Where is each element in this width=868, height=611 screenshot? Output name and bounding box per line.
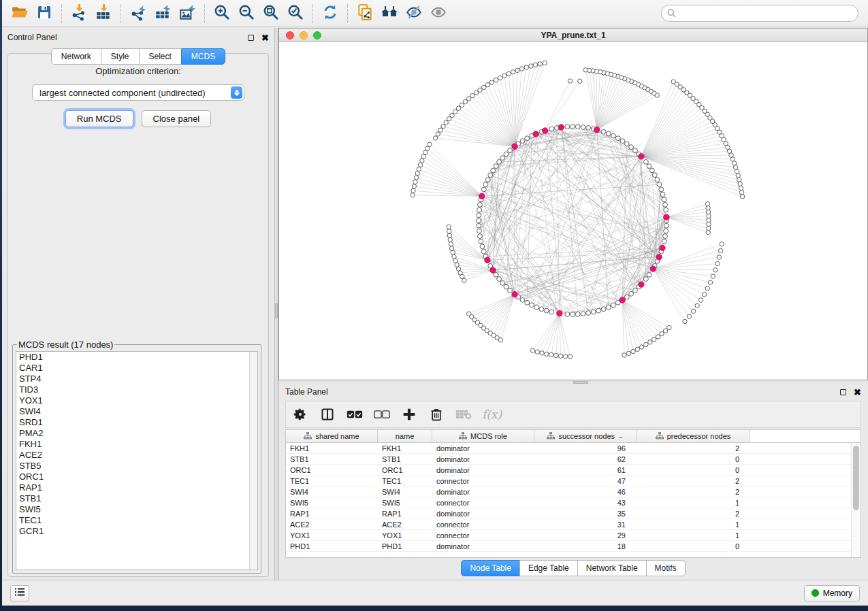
graph-node[interactable] (453, 259, 457, 263)
graph-node[interactable] (530, 303, 534, 308)
graph-node[interactable] (515, 68, 519, 72)
float-panel-icon[interactable] (248, 35, 254, 41)
graph-node[interactable] (519, 67, 524, 71)
graph-node[interactable] (687, 314, 691, 318)
graph-node[interactable] (494, 272, 498, 277)
graph-node[interactable] (479, 193, 485, 199)
graph-node[interactable] (482, 85, 486, 89)
mcds-node-item[interactable]: GCR1 (16, 526, 257, 537)
graph-node[interactable] (479, 239, 483, 244)
graph-node[interactable] (490, 267, 496, 273)
graph-node[interactable] (470, 93, 475, 97)
tab-motifs[interactable]: Motifs (646, 560, 686, 576)
export-table-button[interactable] (150, 3, 175, 24)
graph-node[interactable] (695, 303, 699, 308)
table-row[interactable]: SWI4SWI4dominator462 (286, 486, 851, 497)
graph-node[interactable] (652, 173, 657, 178)
graph-node[interactable] (635, 347, 639, 351)
graph-node[interactable] (664, 223, 669, 228)
graph-node[interactable] (447, 233, 451, 237)
graph-node[interactable] (656, 254, 662, 260)
graph-node[interactable] (659, 187, 664, 192)
mcds-node-item[interactable]: TEC1 (16, 515, 257, 526)
graph-node[interactable] (737, 178, 741, 182)
graph-node[interactable] (460, 103, 464, 107)
table-row[interactable]: PHD1PHD1dominator180 (286, 541, 851, 552)
graph-node[interactable] (575, 312, 580, 316)
graph-node[interactable] (601, 307, 606, 312)
column-header-predecessor-nodes[interactable]: predecessor nodes (637, 430, 750, 442)
graph-node[interactable] (478, 202, 483, 207)
memory-button[interactable]: Memory (804, 585, 860, 601)
graph-node[interactable] (491, 168, 496, 173)
graph-node[interactable] (504, 284, 509, 289)
table-row[interactable]: SWI5SWI5connector431 (286, 497, 851, 508)
graph-node[interactable] (538, 62, 542, 66)
tab-mcds[interactable]: MCDS (181, 48, 225, 65)
graph-node[interactable] (705, 201, 709, 205)
graph-node[interactable] (706, 230, 710, 234)
graph-node[interactable] (477, 229, 481, 233)
zoom-fit-button[interactable] (259, 3, 283, 24)
graph-node[interactable] (485, 82, 489, 86)
graph-node[interactable] (662, 239, 666, 244)
graph-node[interactable] (415, 171, 419, 176)
graph-node[interactable] (477, 218, 481, 223)
close-panel-icon[interactable]: ✖ (854, 389, 861, 395)
graph-node[interactable] (615, 136, 620, 141)
graph-node[interactable] (611, 133, 615, 138)
graph-node[interactable] (411, 193, 415, 197)
gear-icon[interactable] (291, 406, 309, 423)
graph-node[interactable] (444, 120, 448, 125)
graph-node[interactable] (543, 61, 547, 65)
graph-node[interactable] (664, 229, 669, 233)
graph-node[interactable] (462, 278, 466, 282)
graph-node[interactable] (633, 148, 638, 153)
tab-edge-table[interactable]: Edge Table (519, 560, 577, 576)
graph-node[interactable] (542, 128, 547, 133)
graph-node[interactable] (633, 288, 638, 293)
graph-node[interactable] (455, 263, 459, 267)
graph-node[interactable] (539, 307, 544, 312)
graph-node[interactable] (421, 154, 425, 159)
panel-list-button[interactable] (10, 585, 29, 601)
zoom-selected-button[interactable] (283, 3, 308, 24)
graph-node[interactable] (420, 159, 424, 163)
graph-node[interactable] (488, 173, 493, 178)
graph-node[interactable] (708, 280, 712, 284)
table-row[interactable]: YOX1YOX1connector291 (286, 530, 851, 541)
import-network-button[interactable] (67, 3, 91, 24)
graph-node[interactable] (736, 174, 740, 178)
graph-node[interactable] (647, 164, 652, 169)
tab-style[interactable]: Style (101, 48, 139, 65)
graph-node[interactable] (698, 298, 703, 302)
graph-node[interactable] (500, 156, 505, 161)
graph-node[interactable] (738, 182, 742, 186)
graph-node[interactable] (655, 178, 660, 182)
graph-node[interactable] (739, 190, 743, 194)
graph-node[interactable] (601, 129, 606, 134)
graph-node[interactable] (450, 113, 454, 117)
graph-node[interactable] (662, 197, 666, 202)
graph-node[interactable] (733, 165, 737, 169)
graph-node[interactable] (660, 192, 665, 197)
network-window-titlebar[interactable]: YPA_prune.txt_1 (279, 29, 867, 42)
graph-node[interactable] (647, 272, 652, 277)
tab-node-table[interactable]: Node Table (461, 560, 519, 576)
first-neighbors-button[interactable] (377, 3, 402, 24)
graph-node[interactable] (720, 242, 724, 246)
graph-node[interactable] (626, 351, 630, 355)
graph-node[interactable] (481, 249, 486, 254)
graph-node[interactable] (683, 319, 687, 323)
graph-node[interactable] (631, 349, 635, 353)
graph-node[interactable] (691, 309, 695, 313)
graph-node[interactable] (485, 257, 490, 263)
graph-node[interactable] (425, 146, 430, 150)
graph-node[interactable] (575, 125, 580, 129)
graph-node[interactable] (452, 254, 456, 259)
graph-node[interactable] (581, 125, 585, 129)
graph-node[interactable] (568, 79, 572, 83)
graph-node[interactable] (557, 310, 562, 316)
graph-node[interactable] (438, 128, 443, 132)
graph-node[interactable] (713, 268, 718, 272)
